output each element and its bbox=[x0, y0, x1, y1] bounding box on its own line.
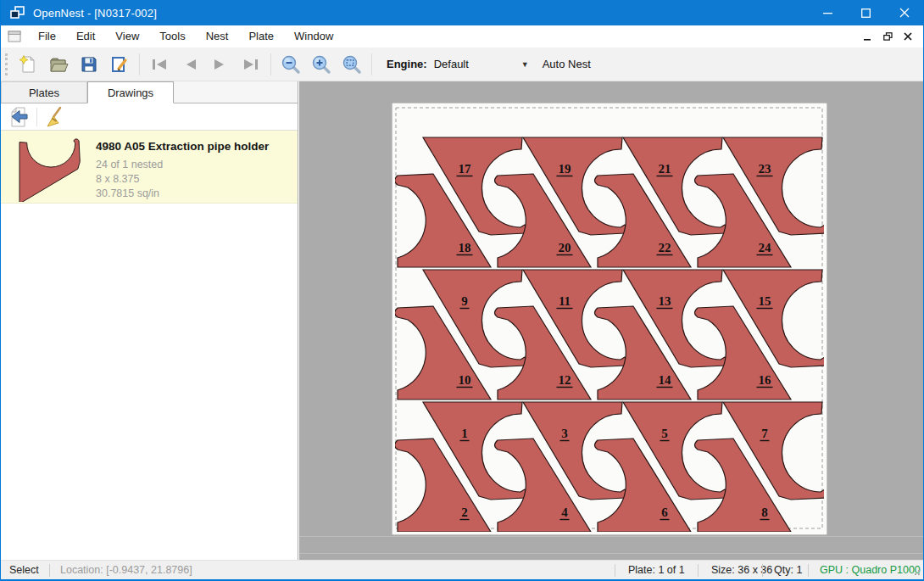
panel-tabs: Plates Drawings bbox=[1, 81, 298, 103]
go-previous-icon bbox=[180, 54, 200, 75]
import-drawing-button[interactable] bbox=[6, 105, 33, 129]
canvas-divider bbox=[299, 553, 923, 554]
part-number: 6 bbox=[661, 506, 668, 519]
status-separator bbox=[698, 564, 699, 577]
minimize-icon bbox=[823, 8, 832, 18]
last-plate-button[interactable] bbox=[236, 51, 266, 78]
status-separator bbox=[762, 564, 763, 577]
engine-dropdown[interactable]: Default ▼ bbox=[434, 58, 534, 70]
menu-plate[interactable]: Plate bbox=[238, 25, 284, 47]
zoom-fit-icon bbox=[342, 54, 362, 75]
new-file-button[interactable] bbox=[13, 51, 43, 78]
close-button[interactable] bbox=[885, 0, 923, 25]
minimize-button[interactable] bbox=[809, 0, 847, 25]
part-number: 11 bbox=[559, 294, 571, 308]
status-qty: Qty: 1 bbox=[774, 561, 802, 580]
part-number: 20 bbox=[559, 241, 571, 254]
panel-toolbar-separator bbox=[36, 108, 37, 126]
part-number: 23 bbox=[759, 162, 771, 176]
menu-bar: File Edit View Tools Nest Plate Window bbox=[1, 25, 923, 47]
mdi-close-button[interactable] bbox=[898, 28, 918, 45]
next-plate-button[interactable] bbox=[205, 51, 236, 78]
mdi-close-icon bbox=[904, 32, 912, 41]
drawing-size: 8 x 8.375 bbox=[96, 173, 139, 185]
menu-file[interactable]: File bbox=[28, 25, 66, 47]
drawing-list-item[interactable]: 4980 A05 Extraction pipe holder 24 of 1 … bbox=[1, 131, 298, 204]
menu-window[interactable]: Window bbox=[284, 25, 343, 47]
nest-canvas[interactable]: 171819202122232491011121314151612345678 bbox=[299, 81, 923, 560]
engine-label: Engine: bbox=[387, 58, 427, 70]
mdi-restore-button[interactable] bbox=[877, 28, 898, 45]
part-number: 16 bbox=[759, 373, 772, 387]
canvas-divider bbox=[299, 536, 923, 537]
zoom-out-button[interactable] bbox=[276, 51, 306, 78]
save-button[interactable] bbox=[74, 51, 104, 78]
previous-plate-button[interactable] bbox=[175, 51, 205, 78]
mdi-minimize-button[interactable] bbox=[857, 28, 877, 45]
tab-drawings[interactable]: Drawings bbox=[87, 81, 174, 103]
menu-nest[interactable]: Nest bbox=[196, 25, 239, 47]
part-number: 15 bbox=[759, 294, 771, 308]
mdi-restore-icon bbox=[883, 32, 893, 41]
part-number: 14 bbox=[659, 373, 672, 387]
go-last-icon bbox=[241, 54, 261, 75]
status-size: Size: 36 x 36 bbox=[711, 561, 772, 580]
drawing-area: 30.7815 sq/in bbox=[96, 187, 159, 199]
menu-view[interactable]: View bbox=[105, 25, 149, 47]
zoom-in-icon bbox=[311, 54, 331, 75]
maximize-icon bbox=[861, 8, 871, 18]
part-number: 13 bbox=[659, 294, 671, 308]
toolbar-separator bbox=[270, 53, 271, 75]
status-plate: Plate: 1 of 1 bbox=[628, 561, 685, 580]
part-number: 10 bbox=[459, 373, 471, 387]
part-number: 12 bbox=[559, 373, 571, 387]
status-separator bbox=[49, 564, 50, 577]
clean-nest-button[interactable] bbox=[41, 105, 68, 129]
part-number: 19 bbox=[559, 162, 571, 176]
tab-plates[interactable]: Plates bbox=[1, 81, 87, 103]
open-file-button[interactable] bbox=[43, 51, 74, 78]
side-panel: Plates Drawings 4980 A05 bbox=[1, 81, 298, 560]
clean-broom-icon bbox=[43, 106, 65, 128]
go-first-icon bbox=[149, 54, 170, 75]
part-number: 18 bbox=[459, 241, 471, 254]
import-drawing-icon bbox=[8, 106, 31, 128]
zoom-in-button[interactable] bbox=[306, 51, 337, 78]
menu-tools[interactable]: Tools bbox=[149, 25, 195, 47]
status-bar: Select Location: [-0.9437, 21.8796] Plat… bbox=[1, 560, 923, 579]
maximize-button[interactable] bbox=[847, 0, 885, 25]
main-toolbar: Engine: Default ▼ Auto Nest bbox=[1, 47, 923, 81]
part-number: 7 bbox=[761, 427, 768, 440]
window-title: OpenNest - [N0317-002] bbox=[33, 7, 157, 20]
save-as-button[interactable] bbox=[104, 51, 135, 78]
title-bar: OpenNest - [N0317-002] bbox=[1, 0, 923, 25]
part-number: 8 bbox=[761, 506, 768, 519]
toolbar-separator bbox=[139, 53, 140, 75]
engine-value: Default bbox=[434, 58, 469, 70]
status-location: Location: [-0.9437, 21.8796] bbox=[60, 561, 192, 580]
toolbar-grip[interactable] bbox=[5, 53, 8, 75]
mdi-child-icon[interactable] bbox=[8, 31, 21, 42]
app-mdi-icon bbox=[10, 6, 25, 20]
menu-edit[interactable]: Edit bbox=[66, 25, 105, 47]
app-window: OpenNest - [N0317-002] File Edit View To… bbox=[0, 0, 924, 581]
part-number: 24 bbox=[759, 241, 772, 254]
first-plate-button[interactable] bbox=[144, 51, 175, 78]
part-number: 4 bbox=[561, 506, 568, 519]
status-mode: Select bbox=[9, 561, 39, 580]
part-thumbnail bbox=[9, 136, 91, 202]
status-separator bbox=[615, 564, 615, 577]
resize-grip[interactable] bbox=[912, 567, 921, 576]
zoom-fit-button[interactable] bbox=[337, 51, 367, 78]
plate-view: 171819202122232491011121314151612345678 bbox=[392, 103, 827, 535]
part-number: 3 bbox=[561, 427, 568, 440]
part-number: 9 bbox=[461, 294, 468, 308]
new-file-icon bbox=[18, 54, 38, 75]
status-separator bbox=[808, 564, 809, 577]
open-folder-icon bbox=[48, 54, 69, 75]
part-number: 2 bbox=[461, 506, 468, 519]
part-number: 5 bbox=[661, 427, 668, 440]
auto-nest-button[interactable]: Auto Nest bbox=[543, 58, 591, 70]
go-next-icon bbox=[210, 54, 231, 75]
save-as-icon bbox=[109, 54, 130, 75]
